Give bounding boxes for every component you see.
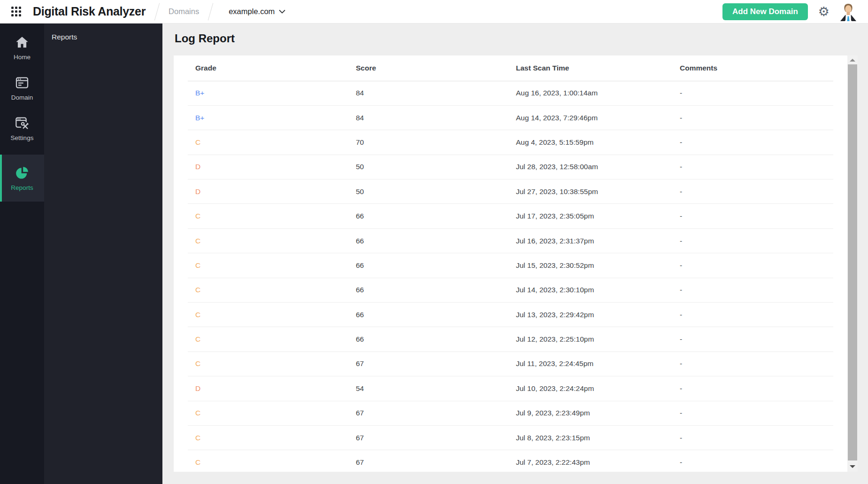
gear-icon[interactable]: ⚙ [818, 5, 830, 18]
table-row: C 70 Aug 4, 2023, 5:15:59pm - [188, 130, 833, 155]
score-cell: 84 [356, 81, 516, 105]
sidebar-item-reports[interactable]: Reports [0, 155, 44, 202]
scan-time-cell: Jul 10, 2023, 2:24:24pm [516, 376, 680, 401]
grade-cell: B+ [188, 81, 356, 105]
score-cell: 54 [356, 376, 516, 401]
table-scrollbar[interactable] [847, 55, 858, 472]
sidebar-item-label: Settings [11, 134, 34, 141]
grade-link[interactable]: C [195, 409, 200, 417]
scan-time-cell: Jul 28, 2023, 12:58:00am [516, 155, 680, 179]
scan-time-cell: Jul 8, 2023, 2:23:15pm [516, 425, 680, 450]
comments-cell: - [680, 228, 833, 253]
log-table-body: B+ 84 Aug 16, 2023, 1:00:14am - B+ 84 Au… [188, 81, 833, 472]
table-row: C 67 Jul 9, 2023, 2:23:49pm - [188, 401, 833, 425]
pie-chart-icon [15, 165, 30, 180]
settings-icon [15, 116, 30, 131]
add-new-domain-button[interactable]: Add New Domain [722, 3, 808, 20]
score-cell: 67 [356, 351, 516, 376]
table-row: D 50 Jul 27, 2023, 10:38:55pm - [188, 180, 833, 204]
icon-sidebar: Home Domain Settings Reports [0, 23, 44, 484]
scan-time-cell: Aug 4, 2023, 5:15:59pm [516, 130, 680, 155]
grade-link[interactable]: C [195, 261, 200, 269]
comments-cell: - [680, 376, 833, 401]
comments-cell: - [680, 327, 833, 351]
scan-time-cell: Jul 27, 2023, 10:38:55pm [516, 180, 680, 204]
comments-cell: - [680, 155, 833, 179]
score-cell: 84 [356, 105, 516, 130]
sidebar-item-label: Home [14, 54, 31, 61]
reports-subpanel: Reports [44, 23, 162, 484]
top-header: Digital Risk Analyzer Domains example.co… [0, 0, 868, 23]
comments-cell: - [680, 180, 833, 204]
grade-link[interactable]: D [195, 187, 200, 195]
grade-link[interactable]: C [195, 237, 200, 245]
grade-link[interactable]: B+ [195, 114, 204, 122]
score-cell: 67 [356, 401, 516, 425]
main-content: Log Report Grade Score Last Scan Time Co… [162, 23, 868, 484]
scrollbar-thumb[interactable] [848, 64, 857, 461]
table-row: C 67 Jul 11, 2023, 2:24:45pm - [188, 351, 833, 376]
grade-cell: D [188, 180, 356, 204]
grade-link[interactable]: C [195, 458, 200, 466]
comments-cell: - [680, 351, 833, 376]
score-cell: 66 [356, 327, 516, 351]
table-row: C 66 Jul 12, 2023, 2:25:10pm - [188, 327, 833, 351]
sidebar-item-settings[interactable]: Settings [0, 108, 44, 148]
grade-cell: D [188, 155, 356, 179]
grade-link[interactable]: C [195, 335, 200, 343]
scan-time-cell: Jul 12, 2023, 2:25:10pm [516, 327, 680, 351]
grade-link[interactable]: B+ [195, 89, 204, 97]
grade-link[interactable]: C [195, 286, 200, 294]
sidebar-item-label: Reports [11, 184, 33, 191]
table-row: C 67 Jul 8, 2023, 2:23:15pm - [188, 425, 833, 450]
sidebar-item-domain[interactable]: Domain [0, 68, 44, 108]
column-header-grade: Grade [188, 55, 356, 81]
grade-link[interactable]: C [195, 434, 200, 442]
grade-link[interactable]: C [195, 311, 200, 319]
table-row: C 66 Jul 15, 2023, 2:30:52pm - [188, 253, 833, 278]
column-header-last-scan-time: Last Scan Time [516, 55, 680, 81]
comments-cell: - [680, 105, 833, 130]
table-row: D 50 Jul 28, 2023, 12:58:00am - [188, 155, 833, 179]
grade-link[interactable]: C [195, 212, 200, 220]
grade-link[interactable]: C [195, 138, 200, 146]
scan-time-cell: Jul 13, 2023, 2:29:42pm [516, 303, 680, 327]
grade-cell: C [188, 425, 356, 450]
sidebar-item-home[interactable]: Home [0, 27, 44, 68]
grade-link[interactable]: D [195, 384, 200, 392]
breadcrumb-domains-link[interactable]: Domains [169, 7, 199, 16]
domain-selector[interactable]: example.com [229, 7, 285, 16]
comments-cell: - [680, 130, 833, 155]
scan-time-cell: Jul 9, 2023, 2:23:49pm [516, 401, 680, 425]
table-row: B+ 84 Aug 16, 2023, 1:00:14am - [188, 81, 833, 105]
avatar[interactable] [839, 2, 858, 21]
table-row: B+ 84 Aug 14, 2023, 7:29:46pm - [188, 105, 833, 130]
scan-time-cell: Jul 17, 2023, 2:35:05pm [516, 204, 680, 228]
comments-cell: - [680, 450, 833, 472]
grade-link[interactable]: C [195, 359, 200, 367]
comments-cell: - [680, 278, 833, 302]
grade-link[interactable]: D [195, 163, 200, 171]
scroll-down-arrow-icon[interactable] [850, 465, 855, 468]
app-grid-icon[interactable] [11, 7, 22, 17]
grade-cell: C [188, 130, 356, 155]
table-row: C 66 Jul 17, 2023, 2:35:05pm - [188, 204, 833, 228]
page-title: Log Report [175, 32, 235, 45]
breadcrumb-slash [154, 3, 160, 20]
grade-cell: C [188, 253, 356, 278]
table-row: C 66 Jul 14, 2023, 2:30:10pm - [188, 278, 833, 302]
breadcrumb-slash [208, 3, 213, 20]
table-row: D 54 Jul 10, 2023, 2:24:24pm - [188, 376, 833, 401]
subpanel-item-reports[interactable]: Reports [44, 23, 162, 41]
scroll-up-arrow-icon[interactable] [850, 59, 855, 62]
score-cell: 67 [356, 425, 516, 450]
domain-icon [15, 75, 30, 90]
score-cell: 50 [356, 155, 516, 179]
score-cell: 66 [356, 204, 516, 228]
app-title: Digital Risk Analyzer [33, 5, 146, 18]
score-cell: 66 [356, 253, 516, 278]
grade-cell: C [188, 327, 356, 351]
score-cell: 50 [356, 180, 516, 204]
comments-cell: - [680, 204, 833, 228]
grade-cell: D [188, 376, 356, 401]
